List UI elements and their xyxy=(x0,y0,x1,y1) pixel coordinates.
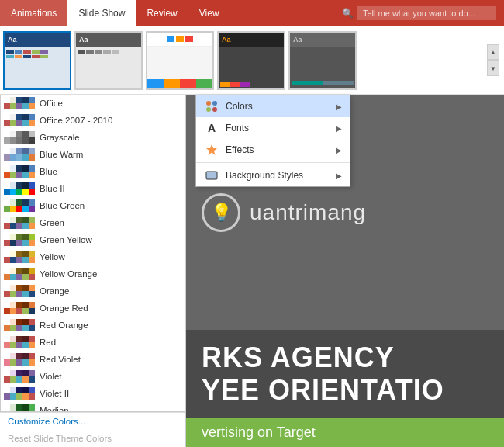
submenu-colors-arrow: ▶ xyxy=(336,102,342,111)
submenu-effects-arrow: ▶ xyxy=(336,146,342,154)
color-item[interactable]: Red Orange xyxy=(1,317,185,334)
color-item-label: Grayscale xyxy=(40,133,80,142)
color-item[interactable]: Yellow xyxy=(1,248,185,265)
color-swatch xyxy=(4,285,35,297)
color-item[interactable]: Median xyxy=(1,402,185,412)
color-item[interactable]: Orange Red xyxy=(1,300,185,317)
color-item[interactable]: Green Yellow xyxy=(1,231,185,248)
color-swatch xyxy=(4,370,35,383)
theme-preview-5[interactable]: Aa xyxy=(288,31,357,90)
tab-slideshow[interactable]: Slide Show xyxy=(67,0,136,26)
svg-point-0 xyxy=(206,101,211,106)
color-swatch xyxy=(4,302,35,314)
color-item[interactable]: Green xyxy=(1,214,185,231)
tab-animations[interactable]: Animations xyxy=(0,0,67,26)
color-swatch xyxy=(4,165,35,178)
color-item-label: Office 2007 - 2010 xyxy=(40,116,112,125)
reset-theme-colors-link: Reset Slide Theme Colors xyxy=(0,430,185,447)
color-swatch xyxy=(4,404,35,412)
submenu-colors[interactable]: Colors ▶ xyxy=(196,95,350,117)
color-item[interactable]: Red xyxy=(1,334,185,351)
submenu-fonts-label: Fonts xyxy=(226,123,336,133)
color-swatch xyxy=(4,268,35,280)
color-item-label: Red Orange xyxy=(40,321,88,330)
color-swatch xyxy=(4,234,35,246)
color-item[interactable]: Orange xyxy=(1,282,185,300)
color-item[interactable]: Blue xyxy=(1,163,185,180)
color-item-label: Yellow xyxy=(40,252,65,262)
submenu-fonts-arrow: ▶ xyxy=(336,124,342,133)
submenu-effects-label: Effects xyxy=(226,144,336,155)
color-item[interactable]: Yellow Orange xyxy=(1,265,185,282)
color-item-label: Orange xyxy=(40,286,69,296)
background-icon xyxy=(204,168,219,183)
color-swatch xyxy=(4,148,35,161)
submenu-background-styles[interactable]: Background Styles ▶ xyxy=(196,165,350,186)
theme-preview-3[interactable] xyxy=(146,31,214,90)
color-item-label: Green Yellow xyxy=(40,235,92,244)
color-item-label: Orange Red xyxy=(40,303,88,313)
svg-marker-4 xyxy=(206,144,217,155)
color-swatch xyxy=(4,353,35,366)
submenu-background-arrow: ▶ xyxy=(336,172,342,180)
color-swatch xyxy=(4,131,35,144)
color-swatch xyxy=(4,182,35,195)
color-item-label: Blue II xyxy=(40,184,65,193)
submenu-effects[interactable]: Effects ▶ xyxy=(196,139,350,161)
color-item[interactable]: Grayscale xyxy=(1,129,185,146)
color-item[interactable]: Blue Warm xyxy=(1,146,185,163)
submenu-divider xyxy=(196,162,350,163)
color-item[interactable]: Violet xyxy=(1,368,185,385)
main-area: OfficeOffice 2007 - 2010GrayscaleBlue Wa… xyxy=(0,95,504,447)
search-input[interactable] xyxy=(357,6,496,20)
theme-bar: Aa xyxy=(0,26,504,95)
slide-bottom-bar: vertising on Target xyxy=(186,418,504,447)
svg-point-2 xyxy=(206,107,211,112)
color-dropdown-panel: OfficeOffice 2007 - 2010GrayscaleBlue Wa… xyxy=(0,95,186,412)
color-item[interactable]: Office xyxy=(1,95,185,112)
theme-scroll-down[interactable]: ▼ xyxy=(487,61,499,76)
color-item-label: Blue Warm xyxy=(40,150,83,159)
color-item-label: Median xyxy=(40,406,69,412)
color-item-label: Red xyxy=(40,338,56,347)
submenu-background-label: Background Styles xyxy=(226,170,336,181)
ribbon-search-area: 🔍 xyxy=(334,0,504,26)
submenu-panel: Colors ▶ A Fonts ▶ Effects ▶ Background … xyxy=(195,95,350,187)
color-swatch xyxy=(4,97,35,109)
color-swatch xyxy=(4,319,35,331)
color-swatch xyxy=(4,114,35,126)
theme-scroll-controls: ▲ ▼ xyxy=(485,44,501,76)
color-item-label: Violet xyxy=(40,372,62,381)
color-item[interactable]: Blue Green xyxy=(1,197,185,214)
color-list: OfficeOffice 2007 - 2010GrayscaleBlue Wa… xyxy=(1,95,185,412)
slide-title-block: RKS AGENCY YEE ORIENTATIO xyxy=(186,330,504,418)
color-swatch xyxy=(4,387,35,400)
theme-preview-1[interactable]: Aa xyxy=(3,31,71,90)
color-item-label: Blue xyxy=(40,167,57,176)
dropdown-footer: Customize Colors... Reset Slide Theme Co… xyxy=(0,412,185,447)
color-item-label: Office xyxy=(40,99,63,108)
ribbon: Animations Slide Show Review View 🔍 xyxy=(0,0,504,26)
theme-scroll-up[interactable]: ▲ xyxy=(487,44,499,60)
color-item-label: Green xyxy=(40,218,64,227)
color-item[interactable]: Violet II xyxy=(1,385,185,402)
color-item[interactable]: Blue II xyxy=(1,180,185,197)
slide-title-line2: YEE ORIENTATIO xyxy=(202,374,488,407)
theme-preview-4[interactable]: Aa xyxy=(217,31,285,90)
color-item[interactable]: Red Violet xyxy=(1,351,185,368)
customize-colors-link[interactable]: Customize Colors... xyxy=(0,413,185,430)
tab-review[interactable]: Review xyxy=(136,0,188,26)
color-item[interactable]: Office 2007 - 2010 xyxy=(1,112,185,129)
slide-logo: 💡 xyxy=(202,193,240,232)
submenu-colors-label: Colors xyxy=(226,101,336,112)
submenu-fonts[interactable]: A Fonts ▶ xyxy=(196,117,350,139)
theme-preview-2[interactable]: Aa xyxy=(74,31,143,90)
color-swatch xyxy=(4,336,35,348)
svg-rect-5 xyxy=(206,172,217,179)
slide-title-line1: RKS AGENCY xyxy=(202,341,488,374)
logo-symbol: 💡 xyxy=(211,203,232,223)
color-swatch xyxy=(4,251,35,263)
search-icon: 🔍 xyxy=(342,8,354,19)
tab-view[interactable]: View xyxy=(188,0,230,26)
colors-icon xyxy=(204,99,219,114)
